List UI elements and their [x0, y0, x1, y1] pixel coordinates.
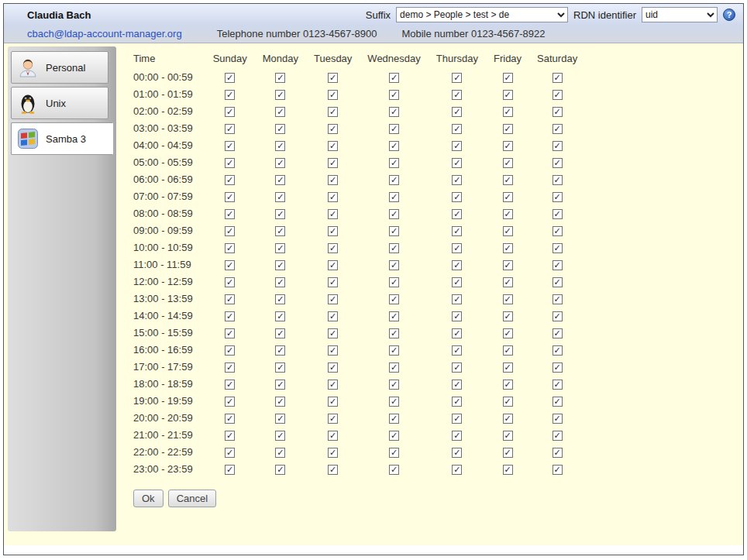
schedule-checkbox[interactable]	[503, 380, 513, 390]
schedule-checkbox[interactable]	[389, 226, 399, 236]
schedule-checkbox[interactable]	[225, 362, 235, 373]
schedule-checkbox[interactable]	[389, 397, 399, 407]
schedule-checkbox[interactable]	[452, 73, 462, 83]
schedule-checkbox[interactable]	[389, 192, 399, 202]
schedule-checkbox[interactable]	[553, 277, 563, 287]
schedule-checkbox[interactable]	[275, 107, 285, 117]
schedule-checkbox[interactable]	[328, 431, 338, 441]
schedule-checkbox[interactable]	[503, 465, 513, 475]
schedule-checkbox[interactable]	[275, 414, 285, 424]
schedule-checkbox[interactable]	[225, 277, 235, 287]
schedule-checkbox[interactable]	[503, 158, 513, 168]
schedule-checkbox[interactable]	[503, 209, 513, 219]
ok-button[interactable]: Ok	[133, 490, 164, 507]
schedule-checkbox[interactable]	[225, 175, 235, 185]
schedule-checkbox[interactable]	[389, 260, 399, 270]
schedule-checkbox[interactable]	[553, 175, 563, 185]
schedule-checkbox[interactable]	[389, 141, 399, 151]
schedule-checkbox[interactable]	[275, 158, 285, 168]
schedule-checkbox[interactable]	[389, 345, 399, 356]
help-icon[interactable]: ?	[723, 9, 735, 21]
schedule-checkbox[interactable]	[328, 192, 338, 202]
schedule-checkbox[interactable]	[328, 158, 338, 168]
schedule-checkbox[interactable]	[328, 397, 338, 407]
schedule-checkbox[interactable]	[275, 380, 285, 390]
schedule-checkbox[interactable]	[328, 107, 338, 117]
schedule-checkbox[interactable]	[452, 345, 462, 356]
schedule-checkbox[interactable]	[503, 328, 513, 338]
schedule-checkbox[interactable]	[389, 448, 399, 458]
schedule-checkbox[interactable]	[389, 277, 399, 287]
schedule-checkbox[interactable]	[553, 431, 563, 441]
schedule-checkbox[interactable]	[503, 192, 513, 202]
schedule-checkbox[interactable]	[503, 448, 513, 458]
schedule-checkbox[interactable]	[503, 175, 513, 185]
schedule-checkbox[interactable]	[452, 107, 462, 117]
schedule-checkbox[interactable]	[225, 431, 235, 441]
schedule-checkbox[interactable]	[503, 107, 513, 117]
schedule-checkbox[interactable]	[275, 362, 285, 373]
schedule-checkbox[interactable]	[553, 226, 563, 236]
schedule-checkbox[interactable]	[225, 465, 235, 475]
schedule-checkbox[interactable]	[452, 226, 462, 236]
schedule-checkbox[interactable]	[503, 124, 513, 134]
schedule-checkbox[interactable]	[503, 345, 513, 356]
schedule-checkbox[interactable]	[328, 465, 338, 475]
schedule-checkbox[interactable]	[275, 124, 285, 134]
schedule-checkbox[interactable]	[452, 209, 462, 219]
schedule-checkbox[interactable]	[275, 277, 285, 287]
schedule-checkbox[interactable]	[553, 294, 563, 304]
tab-personal[interactable]: Personal	[11, 51, 108, 84]
schedule-checkbox[interactable]	[553, 141, 563, 151]
schedule-checkbox[interactable]	[225, 260, 235, 270]
schedule-checkbox[interactable]	[503, 311, 513, 321]
schedule-checkbox[interactable]	[389, 328, 399, 338]
schedule-checkbox[interactable]	[275, 311, 285, 321]
schedule-checkbox[interactable]	[503, 431, 513, 441]
schedule-checkbox[interactable]	[275, 243, 285, 253]
schedule-checkbox[interactable]	[389, 380, 399, 390]
schedule-checkbox[interactable]	[452, 380, 462, 390]
schedule-checkbox[interactable]	[275, 141, 285, 151]
schedule-checkbox[interactable]	[225, 414, 235, 424]
schedule-checkbox[interactable]	[503, 260, 513, 270]
schedule-checkbox[interactable]	[225, 226, 235, 236]
schedule-checkbox[interactable]	[225, 107, 235, 117]
schedule-checkbox[interactable]	[389, 362, 399, 373]
schedule-checkbox[interactable]	[275, 90, 285, 100]
schedule-checkbox[interactable]	[503, 397, 513, 407]
schedule-checkbox[interactable]	[275, 448, 285, 458]
schedule-checkbox[interactable]	[452, 141, 462, 151]
schedule-checkbox[interactable]	[275, 192, 285, 202]
schedule-checkbox[interactable]	[389, 107, 399, 117]
schedule-checkbox[interactable]	[275, 260, 285, 270]
schedule-checkbox[interactable]	[275, 226, 285, 236]
schedule-checkbox[interactable]	[328, 311, 338, 321]
schedule-checkbox[interactable]	[225, 448, 235, 458]
schedule-checkbox[interactable]	[553, 465, 563, 475]
schedule-checkbox[interactable]	[328, 243, 338, 253]
email-link[interactable]: cbach@ldap-account-manager.org	[27, 28, 182, 40]
schedule-checkbox[interactable]	[452, 124, 462, 134]
schedule-checkbox[interactable]	[389, 175, 399, 185]
schedule-checkbox[interactable]	[452, 431, 462, 441]
schedule-checkbox[interactable]	[503, 73, 513, 83]
tab-samba3[interactable]: Samba 3	[11, 122, 113, 155]
schedule-checkbox[interactable]	[553, 260, 563, 270]
schedule-checkbox[interactable]	[553, 209, 563, 219]
schedule-checkbox[interactable]	[328, 260, 338, 270]
schedule-checkbox[interactable]	[452, 90, 462, 100]
schedule-checkbox[interactable]	[389, 124, 399, 134]
schedule-checkbox[interactable]	[553, 345, 563, 356]
schedule-checkbox[interactable]	[503, 226, 513, 236]
schedule-checkbox[interactable]	[452, 260, 462, 270]
schedule-checkbox[interactable]	[225, 380, 235, 390]
schedule-checkbox[interactable]	[328, 277, 338, 287]
schedule-checkbox[interactable]	[225, 397, 235, 407]
schedule-checkbox[interactable]	[225, 90, 235, 100]
schedule-checkbox[interactable]	[553, 397, 563, 407]
schedule-checkbox[interactable]	[389, 294, 399, 304]
schedule-checkbox[interactable]	[553, 362, 563, 373]
schedule-checkbox[interactable]	[553, 192, 563, 202]
schedule-checkbox[interactable]	[225, 192, 235, 202]
